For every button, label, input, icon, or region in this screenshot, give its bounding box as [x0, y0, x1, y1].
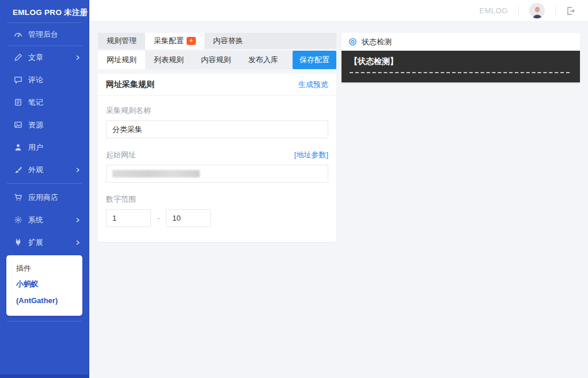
sidebar-item-appearance[interactable]: 外观 — [0, 158, 89, 181]
status-column: 状态检测 【状态检测】 — [342, 33, 580, 82]
sidebar-item-articles[interactable]: 文章 — [0, 46, 89, 69]
sidebar-item-label: 应用商店 — [28, 192, 81, 203]
tab-label: 网址规则 — [107, 55, 136, 65]
main-content: 规则管理 采集配置 + 内容替换 网址规则 列表规则 内容规则 发布入库 — [89, 22, 588, 378]
brand-title: EMLOG PRO 未注册 — [0, 0, 89, 17]
submenu-item-antgather[interactable]: 小蚂蚁(AntGather) — [16, 275, 73, 309]
tab-content-rules[interactable]: 内容规则 — [192, 51, 240, 69]
new-badge: + — [187, 37, 196, 45]
tab-rule-management[interactable]: 规则管理 — [98, 33, 145, 49]
divider — [518, 6, 519, 16]
status-console: 【状态检测】 — [342, 51, 580, 82]
card-title: 网址采集规则 — [106, 80, 154, 90]
tab-label: 内容替换 — [213, 36, 243, 46]
sidebar-item-extensions[interactable]: 扩展 — [0, 231, 89, 254]
range-to-input[interactable] — [166, 209, 211, 227]
pencil-icon — [14, 53, 22, 62]
status-console-title: 【状态检测】 — [350, 56, 572, 67]
start-url-input[interactable] — [106, 165, 328, 183]
comment-icon — [14, 75, 22, 84]
save-config-button[interactable]: 保存配置 — [293, 51, 336, 69]
range-from-input[interactable] — [106, 209, 151, 227]
sidebar-item-dashboard[interactable]: 管理后台 — [0, 23, 89, 46]
tab-publish-store[interactable]: 发布入库 — [240, 51, 287, 69]
user-icon — [14, 143, 22, 152]
status-dashed-divider — [350, 72, 570, 73]
site-name-link[interactable]: EMLOG — [480, 6, 508, 15]
tab-label: 列表规则 — [154, 55, 184, 65]
sidebar-item-notes[interactable]: 笔记 — [0, 91, 89, 114]
logout-icon[interactable] — [566, 6, 575, 16]
plug-icon — [14, 238, 22, 247]
dashboard-icon — [14, 30, 22, 39]
tab-url-rules[interactable]: 网址规则 — [98, 51, 145, 69]
tab-label: 采集配置 — [154, 36, 184, 46]
status-panel-header: 状态检测 — [342, 33, 580, 51]
sidebar-item-label: 笔记 — [28, 97, 81, 108]
sidebar-item-label: 用户 — [28, 142, 81, 153]
notebook-icon — [14, 98, 22, 107]
gear-icon — [14, 216, 22, 224]
sidebar-item-app-store[interactable]: 应用商店 — [0, 186, 89, 209]
url-rule-card: 网址采集规则 生成预览 采集规则名称 起始网址 [地址参数] 数字范围 - — [98, 74, 336, 242]
secondary-tab-bar: 网址规则 列表规则 内容规则 发布入库 保存配置 — [98, 51, 336, 69]
cart-icon — [14, 193, 22, 202]
sidebar-item-label: 评论 — [28, 75, 81, 85]
number-range-row: - — [106, 209, 328, 227]
avatar[interactable] — [529, 3, 545, 18]
sidebar-item-label: 系统 — [28, 215, 75, 225]
divider — [555, 6, 556, 16]
tab-label: 内容规则 — [201, 55, 231, 65]
tab-list-rules[interactable]: 列表规则 — [145, 51, 192, 69]
divider — [7, 183, 82, 184]
generate-preview-link[interactable]: 生成预览 — [298, 80, 328, 90]
range-separator: - — [157, 214, 160, 222]
divider — [7, 321, 82, 322]
brush-icon — [14, 165, 22, 174]
sidebar-item-users[interactable]: 用户 — [0, 136, 89, 158]
url-params-link[interactable]: [地址参数] — [294, 150, 328, 160]
tab-collect-config[interactable]: 采集配置 + — [145, 33, 204, 49]
extensions-submenu: 插件 小蚂蚁(AntGather) — [6, 255, 82, 316]
image-icon — [14, 120, 22, 129]
sidebar-item-comments[interactable]: 评论 — [0, 69, 89, 91]
sidebar-item-system[interactable]: 系统 — [0, 209, 89, 231]
chevron-right-icon — [75, 217, 81, 223]
card-body: 采集规则名称 起始网址 [地址参数] 数字范围 - — [98, 105, 336, 227]
chevron-right-icon — [75, 240, 81, 245]
start-url-label: 起始网址 — [106, 150, 136, 160]
number-range-label: 数字范围 — [106, 194, 328, 205]
sidebar-item-label: 资源 — [28, 120, 81, 130]
status-panel-title: 状态检测 — [362, 37, 392, 47]
chevron-right-icon — [75, 55, 81, 61]
sidebar-item-label: 管理后台 — [28, 29, 81, 40]
sidebar: EMLOG PRO 未注册 管理后台 文章 评论 笔记 资源 — [0, 0, 89, 378]
tab-label: 规则管理 — [107, 36, 136, 46]
tab-content-replace[interactable]: 内容替换 — [204, 33, 252, 49]
target-icon — [348, 37, 357, 46]
sidebar-item-label: 外观 — [28, 165, 75, 175]
sidebar-item-resources[interactable]: 资源 — [0, 114, 89, 136]
submenu-item-plugins[interactable]: 插件 — [16, 261, 73, 275]
rule-name-input[interactable] — [106, 120, 328, 138]
primary-tab-bar: 规则管理 采集配置 + 内容替换 — [98, 33, 336, 49]
sidebar-item-label: 文章 — [28, 52, 75, 63]
topbar: EMLOG — [89, 0, 588, 22]
card-header: 网址采集规则 生成预览 — [98, 74, 336, 96]
sidebar-bottom-strip — [0, 375, 89, 378]
chevron-right-icon — [75, 167, 81, 173]
rule-name-label: 采集规则名称 — [106, 105, 328, 116]
redacted-url-value — [112, 170, 200, 177]
sidebar-item-label: 扩展 — [28, 237, 75, 248]
tab-label: 发布入库 — [248, 55, 278, 65]
config-column: 规则管理 采集配置 + 内容替换 网址规则 列表规则 内容规则 发布入库 — [98, 33, 336, 242]
